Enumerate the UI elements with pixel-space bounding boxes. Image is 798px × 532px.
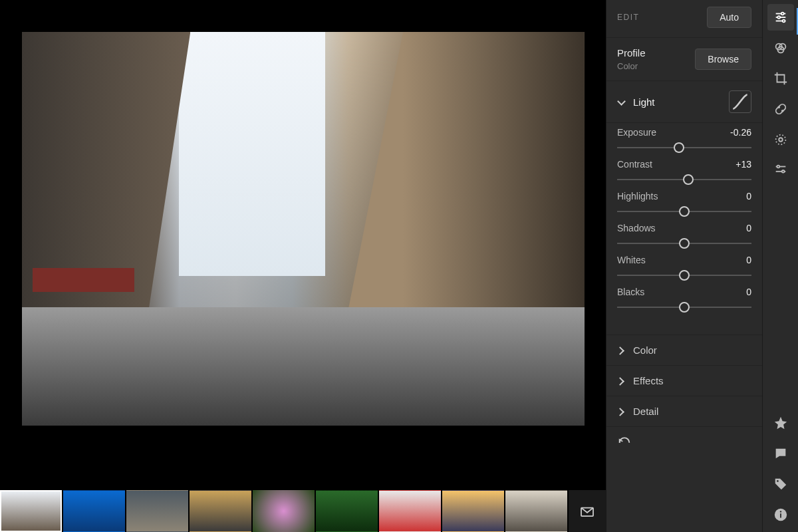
slider-shadows[interactable]: Shadows0 xyxy=(617,223,751,249)
slider-value: 0 xyxy=(746,255,751,265)
slider-label: Whites xyxy=(617,255,646,265)
tool-adjust[interactable] xyxy=(767,4,794,31)
thumbnail[interactable] xyxy=(190,490,251,532)
slider-highlights[interactable]: Highlights0 xyxy=(617,191,751,217)
chevron-down-icon xyxy=(617,97,626,106)
svg-point-2 xyxy=(781,13,783,15)
slider-track[interactable] xyxy=(617,205,751,217)
svg-rect-10 xyxy=(774,103,786,115)
edit-label: EDIT xyxy=(617,13,639,22)
right-toolbar xyxy=(762,0,798,532)
slider-label: Shadows xyxy=(617,223,656,233)
filmstrip[interactable] xyxy=(0,479,606,532)
svg-point-4 xyxy=(777,16,780,19)
thumbnail[interactable] xyxy=(0,490,62,532)
svg-point-22 xyxy=(779,511,781,512)
chevron-right-icon xyxy=(617,407,626,416)
thumbnail-more[interactable] xyxy=(569,490,606,532)
svg-point-18 xyxy=(781,170,784,173)
auto-button[interactable]: Auto xyxy=(707,7,751,28)
tool-keywords[interactable] xyxy=(767,471,794,497)
canvas[interactable] xyxy=(0,0,606,479)
slider-track[interactable] xyxy=(617,237,751,249)
main-area xyxy=(0,0,606,532)
slider-label: Exposure xyxy=(617,127,656,138)
section-title: Light xyxy=(633,96,722,108)
slider-contrast[interactable]: Contrast+13 xyxy=(617,159,751,186)
slider-label: Blacks xyxy=(617,287,644,297)
chevron-right-icon xyxy=(617,346,626,355)
slider-value: -0.26 xyxy=(730,127,751,138)
tool-comments[interactable] xyxy=(767,440,794,467)
slider-label: Contrast xyxy=(617,159,652,170)
svg-point-11 xyxy=(778,106,779,108)
thumbnail[interactable] xyxy=(63,490,125,532)
svg-point-6 xyxy=(782,20,785,23)
thumbnail[interactable] xyxy=(253,490,315,532)
slider-track[interactable] xyxy=(617,142,751,154)
thumbnail[interactable] xyxy=(379,490,441,532)
tool-linear[interactable] xyxy=(767,157,794,184)
slider-blacks[interactable]: Blacks0 xyxy=(617,287,751,313)
slider-track[interactable] xyxy=(617,269,751,281)
section-color[interactable]: Color xyxy=(606,335,762,366)
svg-point-16 xyxy=(777,166,779,168)
slider-value: 0 xyxy=(746,191,751,201)
svg-point-19 xyxy=(777,480,779,482)
svg-point-13 xyxy=(779,138,783,142)
section-light[interactable]: Light xyxy=(606,81,762,123)
thumbnail[interactable] xyxy=(316,490,378,532)
slider-value: 0 xyxy=(746,223,751,233)
photo-preview[interactable] xyxy=(22,32,585,426)
undo-icon[interactable] xyxy=(617,436,632,448)
tool-color-mixer[interactable] xyxy=(767,35,794,61)
slider-value: +13 xyxy=(735,159,751,170)
slider-track[interactable] xyxy=(617,174,751,186)
thumbnail[interactable] xyxy=(505,490,567,532)
light-sliders: Exposure-0.26 Contrast+13 Highlights0 Sh… xyxy=(606,123,762,325)
slider-exposure[interactable]: Exposure-0.26 xyxy=(617,127,751,154)
profile-value: Color xyxy=(617,61,646,71)
chevron-right-icon xyxy=(617,376,626,386)
tool-healing[interactable] xyxy=(767,96,794,122)
profile-row[interactable]: Profile Color Browse xyxy=(606,37,762,81)
tool-info[interactable] xyxy=(767,501,794,528)
tone-curve-button[interactable] xyxy=(729,90,751,113)
svg-rect-21 xyxy=(780,513,781,517)
slider-whites[interactable]: Whites0 xyxy=(617,255,751,281)
svg-point-12 xyxy=(781,110,783,112)
slider-value: 0 xyxy=(746,287,751,297)
tool-star[interactable] xyxy=(767,410,794,436)
browse-button[interactable]: Browse xyxy=(695,49,751,70)
tool-crop[interactable] xyxy=(767,65,794,92)
section-detail[interactable]: Detail xyxy=(606,396,762,427)
profile-label: Profile xyxy=(617,47,646,59)
tool-radial[interactable] xyxy=(767,126,794,153)
slider-track[interactable] xyxy=(617,301,751,313)
thumbnail[interactable] xyxy=(442,490,504,532)
slider-label: Highlights xyxy=(617,191,658,201)
svg-point-14 xyxy=(775,135,785,145)
section-effects[interactable]: Effects xyxy=(606,366,762,396)
edit-panel: EDIT Auto Profile Color Browse Light Exp… xyxy=(606,0,762,532)
thumbnail[interactable] xyxy=(126,490,188,532)
